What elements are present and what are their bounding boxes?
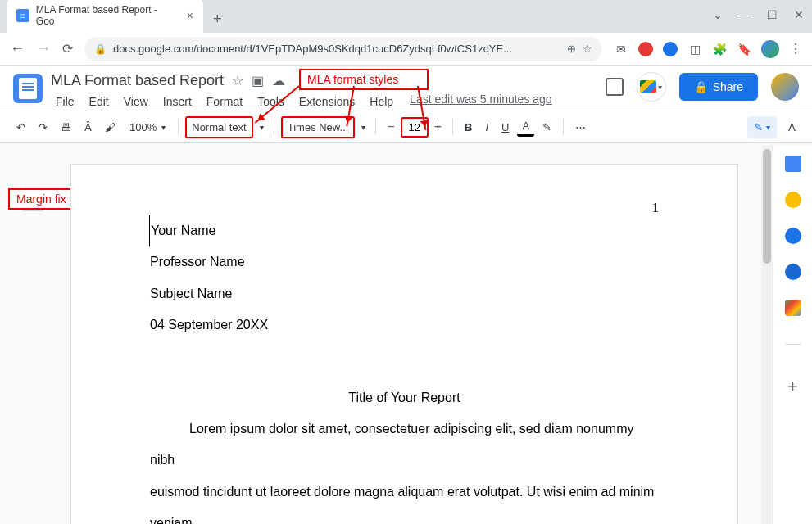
font-size-control: − + [383, 116, 446, 138]
window-controls: ⌄ — ☐ ✕ [713, 8, 804, 21]
style-value: Normal text [192, 121, 246, 133]
caret-down-icon[interactable]: ⌄ [713, 8, 723, 21]
collapse-toolbar-icon[interactable]: ᐱ [783, 117, 801, 138]
bold-button[interactable]: B [460, 117, 477, 138]
add-addon-button[interactable]: + [787, 376, 798, 397]
close-tab-icon[interactable]: × [187, 9, 193, 22]
close-window-icon[interactable]: ✕ [794, 8, 804, 21]
page-number: 1 [652, 192, 659, 224]
keep-icon[interactable] [785, 192, 801, 208]
side-panel: + [773, 146, 812, 524]
account-avatar[interactable] [771, 73, 799, 101]
profile-avatar-small[interactable] [761, 40, 779, 58]
doc-title-line[interactable]: Title of Your Report [150, 382, 659, 413]
chrome-menu-icon[interactable]: ⋮ [789, 41, 802, 56]
menu-file[interactable]: File [51, 93, 79, 111]
url-text: docs.google.com/document/d/1VEpTDApM9s0S… [113, 43, 512, 55]
page[interactable]: 1 Your Name Professor Name Subject Name … [70, 164, 738, 524]
document-canvas: ☰ Margin fix at 1-inches from all sides … [0, 146, 773, 524]
meet-button[interactable]: ▾ [637, 72, 666, 102]
lock-share-icon: 🔒 [694, 80, 708, 93]
last-edit-link[interactable]: Last edit was 5 minutes ago [410, 93, 552, 111]
comments-icon[interactable] [606, 78, 624, 96]
vertical-scrollbar[interactable] [761, 146, 773, 524]
ext-icon-blue[interactable] [663, 42, 678, 56]
text-color-button[interactable]: A [517, 118, 534, 137]
cast-icon[interactable]: ◫ [687, 42, 702, 56]
back-button[interactable]: ← [10, 40, 25, 57]
lock-icon: 🔒 [94, 43, 107, 55]
menu-view[interactable]: View [119, 93, 153, 111]
menu-help[interactable]: Help [365, 93, 398, 111]
scrollbar-thumb[interactable] [763, 149, 771, 264]
calendar-icon[interactable] [785, 156, 801, 172]
menu-bar: File Edit View Insert Format Tools Exten… [51, 93, 597, 111]
bookmark-solid-icon[interactable]: 🔖 [737, 42, 751, 56]
opera-ext-icon[interactable] [638, 42, 653, 56]
menu-edit[interactable]: Edit [84, 93, 114, 111]
doc-line[interactable]: Professor Name [150, 246, 659, 278]
share-label: Share [713, 80, 743, 93]
extension-icons: ✉ ◫ 🧩 🔖 ⋮ [614, 40, 802, 58]
forward-button[interactable]: → [36, 40, 51, 57]
menu-format[interactable]: Format [202, 93, 247, 111]
translate-icon[interactable]: ⊕ [567, 43, 576, 55]
print-button[interactable]: 🖶 [56, 117, 76, 138]
doc-para-line[interactable]: Lorem ipsum dolor sit amet, consectetuer… [150, 413, 659, 477]
doc-title[interactable]: MLA Format based Report [51, 72, 224, 89]
undo-button[interactable]: ↶ [11, 117, 30, 138]
bookmark-icon[interactable]: ☆ [583, 43, 592, 55]
share-button[interactable]: 🔒Share [679, 73, 758, 101]
toolbar: ↶ ↷ 🖶 Ǎ 🖌 100%▾ Normal text▾ Times New..… [0, 111, 812, 143]
font-value: Times New... [288, 121, 349, 133]
maps-icon[interactable] [785, 300, 801, 316]
zoom-dropdown[interactable]: 100%▾ [124, 117, 171, 138]
tasks-icon[interactable] [785, 228, 801, 244]
highlight-button[interactable]: ✎ [538, 117, 556, 138]
doc-line[interactable]: Subject Name [150, 278, 659, 309]
browser-tab-strip: ≡ MLA Format based Report - Goo × + ⌄ — … [0, 0, 812, 33]
refresh-button[interactable]: ⟳ [62, 41, 73, 56]
paint-format-button[interactable]: 🖌 [100, 117, 120, 138]
mail-icon[interactable]: ✉ [614, 42, 628, 56]
maximize-icon[interactable]: ☐ [767, 8, 778, 21]
menu-insert[interactable]: Insert [158, 93, 197, 111]
pencil-icon: ✎ [754, 121, 763, 133]
doc-line[interactable]: 04 September 20XX [150, 309, 659, 341]
puzzle-icon[interactable]: 🧩 [712, 42, 727, 56]
minimize-icon[interactable]: — [739, 8, 751, 21]
doc-line[interactable]: Your Name [149, 215, 659, 246]
doc-para-line[interactable]: euismod tincidunt ut laoreet dolore magn… [150, 477, 659, 524]
star-icon[interactable]: ☆ [232, 73, 243, 88]
more-toolbar-button[interactable]: ⋯ [570, 117, 591, 138]
new-tab-button[interactable]: + [203, 6, 232, 33]
redo-button[interactable]: ↷ [34, 117, 52, 138]
style-dropdown[interactable]: Normal text [185, 116, 252, 138]
font-size-decrease[interactable]: − [383, 116, 398, 138]
italic-button[interactable]: I [480, 117, 493, 138]
docs-logo[interactable] [13, 74, 43, 103]
tab-title: MLA Format based Report - Goo [36, 4, 177, 27]
move-icon[interactable]: ▣ [252, 73, 264, 88]
address-bar[interactable]: 🔒 docs.google.com/document/d/1VEpTDApM9s… [84, 37, 602, 61]
contacts-icon[interactable] [785, 264, 801, 280]
cloud-icon[interactable]: ☁ [272, 73, 285, 88]
zoom-value: 100% [129, 121, 157, 133]
browser-tab[interactable]: ≡ MLA Format based Report - Goo × [7, 0, 203, 33]
spellcheck-button[interactable]: Ǎ [79, 117, 97, 138]
underline-button[interactable]: U [497, 117, 514, 138]
docs-favicon: ≡ [16, 9, 29, 22]
annotation-styles: MLA format styles [299, 69, 429, 90]
font-size-increase[interactable]: + [430, 116, 446, 138]
editing-mode-button[interactable]: ✎▾ [747, 116, 777, 138]
address-bar-row: ← → ⟳ 🔒 docs.google.com/document/d/1VEpT… [0, 33, 812, 66]
